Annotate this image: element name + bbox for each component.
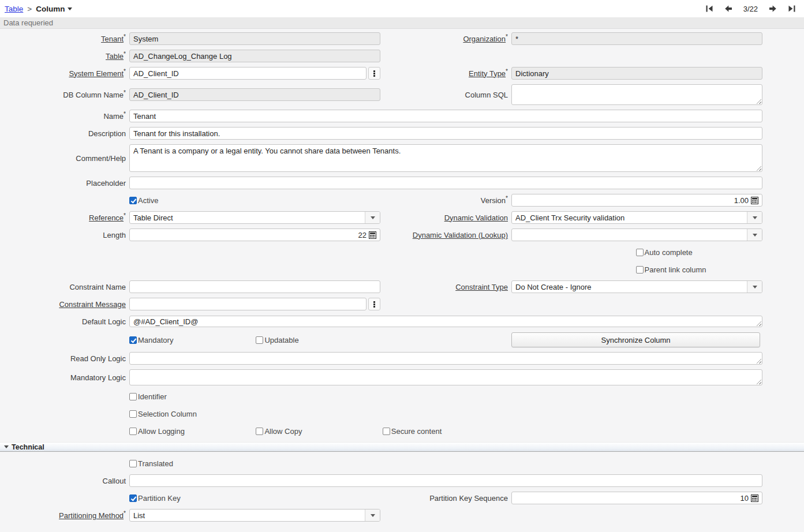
mandatory-logic-field[interactable]: [129, 369, 762, 385]
checkbox-label: Active: [138, 196, 158, 205]
dropdown-button[interactable]: [747, 212, 762, 223]
checkbox-box[interactable]: [383, 428, 390, 435]
dropdown-button[interactable]: [747, 281, 762, 293]
auto-complete-checkbox[interactable]: Auto complete: [636, 248, 693, 257]
constraint-type-zoom-link[interactable]: Constraint Type: [455, 283, 508, 291]
constraint-type-combobox[interactable]: Do Not Create - Ignore: [511, 280, 762, 293]
callout-label: Callout: [0, 477, 129, 485]
secure-content-checkbox[interactable]: Secure content: [383, 427, 442, 436]
checkbox-box[interactable]: [129, 410, 137, 418]
default-logic-field[interactable]: @#AD_Client_ID@: [129, 316, 762, 327]
dynamic-validation-zoom-link[interactable]: Dynamic Validation: [444, 213, 508, 222]
system-element-zoom-link[interactable]: System Element: [69, 69, 124, 78]
dynamic-validation-lookup-zoom-link[interactable]: Dynamic Validation (Lookup): [413, 231, 508, 239]
ellipsis-icon: [373, 301, 375, 303]
constraint-message-editor-button[interactable]: [368, 298, 380, 310]
checkbox-box[interactable]: [256, 428, 263, 435]
first-record-button[interactable]: [704, 3, 715, 14]
form-row: Partitioning Method* List: [0, 509, 804, 522]
checkbox-box[interactable]: [129, 336, 137, 344]
mandatory-checkbox[interactable]: Mandatory: [129, 336, 173, 344]
checkbox-label: Auto complete: [645, 248, 693, 257]
description-field[interactable]: Tenant for this installation.: [129, 127, 762, 140]
checkbox-label: Selection Column: [138, 410, 197, 418]
organization-zoom-link[interactable]: Organization: [463, 35, 506, 43]
calculator-icon[interactable]: [751, 494, 758, 502]
resize-handle[interactable]: [756, 321, 761, 326]
dynamic-validation-combobox[interactable]: AD_Client Trx Security validation: [511, 211, 762, 224]
last-record-button[interactable]: [787, 3, 797, 14]
version-field[interactable]: 1.00: [511, 194, 762, 207]
previous-record-button[interactable]: [723, 3, 734, 14]
status-message: Data requeried: [3, 18, 53, 27]
partition-key-checkbox[interactable]: Partition Key: [129, 494, 181, 503]
partitioning-method-combobox[interactable]: List: [129, 509, 380, 522]
resize-handle[interactable]: [756, 99, 761, 104]
checkbox-box[interactable]: [129, 460, 137, 467]
checkbox-box[interactable]: [129, 393, 137, 400]
comment-help-field[interactable]: A Tenant is a company or a legal entity.…: [129, 144, 762, 172]
allow-copy-checkbox[interactable]: Allow Copy: [256, 427, 302, 436]
calculator-icon[interactable]: [369, 231, 376, 239]
system-element-editor-button[interactable]: [368, 67, 380, 80]
entity-type-zoom-link[interactable]: Entity Type: [469, 69, 506, 78]
dropdown-button[interactable]: [747, 229, 762, 241]
selection-column-checkbox[interactable]: Selection Column: [129, 410, 197, 418]
section-technical[interactable]: Technical: [0, 442, 804, 452]
resize-handle[interactable]: [756, 358, 761, 364]
app-toolbar: Table > Column 3/22: [0, 0, 804, 17]
placeholder-field[interactable]: [129, 177, 762, 189]
form-row: Auto complete: [0, 246, 804, 258]
tenant-label: Tenant*: [0, 35, 129, 43]
checkbox-row: Translated: [129, 459, 762, 468]
table-field: AD_ChangeLog_Change Log: [129, 50, 380, 62]
constraint-message-zoom-link[interactable]: Constraint Message: [59, 300, 126, 309]
checkbox-box[interactable]: [129, 197, 137, 204]
resize-handle[interactable]: [756, 166, 761, 171]
next-record-button[interactable]: [768, 3, 778, 14]
read-only-logic-field[interactable]: [129, 352, 762, 365]
checkbox-box[interactable]: [129, 494, 137, 502]
constraint-message-label: Constraint Message: [0, 300, 129, 309]
breadcrumb-separator: >: [27, 5, 32, 13]
synchronize-column-button[interactable]: Synchronize Column: [511, 332, 760, 347]
form-row: Table* AD_ChangeLog_Change Log: [0, 50, 804, 62]
partitioning-method-zoom-link[interactable]: Partitioning Method: [59, 511, 124, 520]
checkbox-row: Selection Column: [129, 410, 762, 418]
constraint-message-field[interactable]: [129, 298, 367, 310]
resize-handle[interactable]: [756, 379, 761, 384]
callout-field[interactable]: [129, 474, 762, 487]
updatable-checkbox[interactable]: Updatable: [256, 336, 298, 344]
name-field[interactable]: Tenant: [129, 110, 762, 122]
organization-label: Organization*: [380, 35, 511, 43]
form-row: Allow Logging Allow Copy Secure content: [0, 425, 804, 437]
status-bar: Data requeried: [0, 17, 804, 29]
tenant-zoom-link[interactable]: Tenant: [101, 35, 124, 43]
system-element-field[interactable]: AD_Client_ID: [129, 67, 367, 80]
column-sql-field[interactable]: [511, 84, 762, 105]
reference-combobox[interactable]: Table Direct: [129, 211, 380, 224]
checkbox-box[interactable]: [129, 428, 137, 435]
checkbox-box[interactable]: [636, 266, 644, 274]
breadcrumb-tab-column[interactable]: Column: [36, 5, 72, 13]
form-row: Identifier: [0, 390, 804, 403]
dropdown-button[interactable]: [365, 212, 380, 223]
active-checkbox[interactable]: Active: [129, 196, 158, 205]
required-marker: *: [124, 509, 126, 516]
parent-link-column-checkbox[interactable]: Parent link column: [636, 265, 706, 274]
allow-logging-checkbox[interactable]: Allow Logging: [129, 427, 185, 436]
length-field[interactable]: 22: [129, 228, 380, 241]
constraint-type-label: Constraint Type: [380, 283, 511, 291]
dropdown-button[interactable]: [365, 509, 380, 521]
dynamic-validation-lookup-combobox[interactable]: [511, 228, 762, 241]
translated-checkbox[interactable]: Translated: [129, 459, 173, 468]
breadcrumb-tab-table[interactable]: Table: [5, 5, 23, 13]
identifier-checkbox[interactable]: Identifier: [129, 392, 167, 401]
constraint-name-field[interactable]: [129, 280, 380, 293]
checkbox-box[interactable]: [636, 249, 644, 256]
reference-zoom-link[interactable]: Reference: [89, 213, 124, 222]
calculator-icon[interactable]: [751, 197, 758, 204]
partition-key-sequence-field[interactable]: 10: [511, 492, 762, 504]
checkbox-box[interactable]: [256, 336, 263, 344]
table-zoom-link[interactable]: Table: [106, 52, 124, 61]
